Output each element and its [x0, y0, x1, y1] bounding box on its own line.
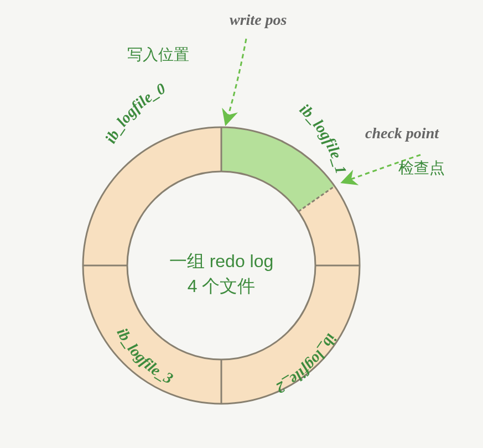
write-pos-label-cn: 写入位置 [127, 44, 189, 65]
check-point-label-hand: check point [365, 124, 439, 142]
diagram-container: ib_logfile_0 ib_logfile_1 ib_logfile_2 i… [0, 0, 483, 448]
center-line-1: 一组 redo log [160, 249, 282, 274]
center-text: 一组 redo log 4 个文件 [160, 249, 282, 299]
write-pos-label-hand: write pos [230, 11, 287, 29]
center-line-2: 4 个文件 [160, 274, 282, 299]
check-point-label-cn: 检查点 [398, 158, 445, 179]
ring-svg: ib_logfile_0 ib_logfile_1 ib_logfile_2 i… [0, 0, 483, 448]
segment-label-0: ib_logfile_0 [102, 80, 168, 146]
write-pos-arrow [226, 39, 246, 124]
